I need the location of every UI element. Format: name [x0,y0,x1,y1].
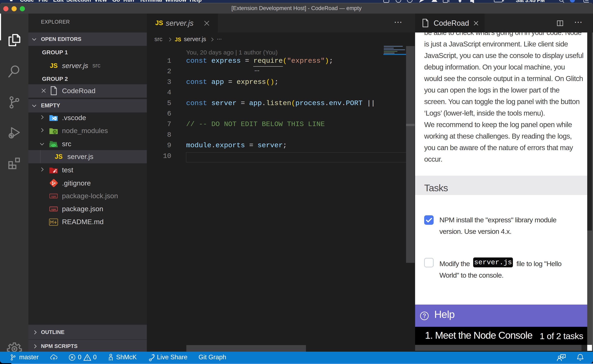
svg-text:Sat 3:45 PM: Sat 3:45 PM [516,0,545,3]
svg-text:JS: JS [53,130,56,133]
svg-text:npm: npm [51,208,56,211]
svg-text:npm: npm [51,195,56,198]
